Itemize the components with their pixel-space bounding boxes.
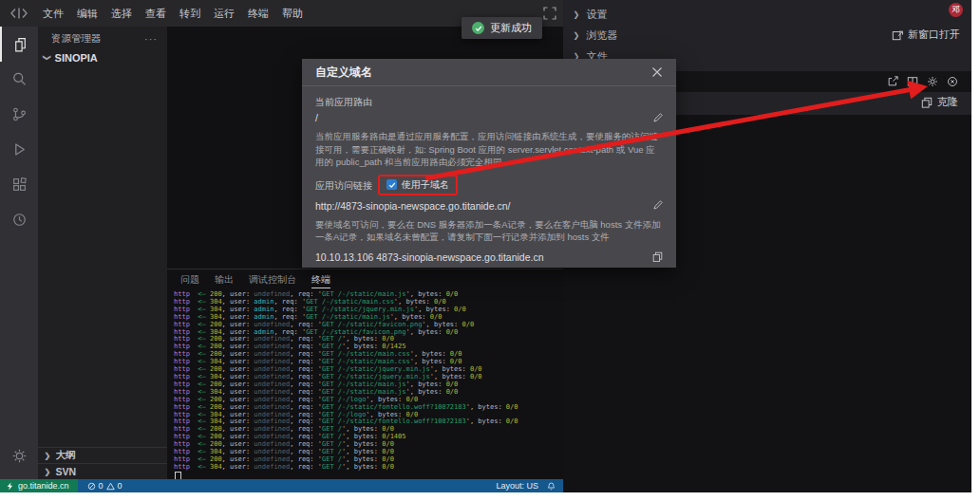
split-editor-icon[interactable] (907, 76, 918, 87)
clone-button[interactable]: 克隆 (921, 95, 958, 109)
custom-domain-modal: 自定义域名 当前应用路由 / 当前应用服务路由是通过应用服务配置，应用访问链接由… (302, 59, 676, 268)
modal-title: 自定义域名 (315, 65, 372, 81)
project-root-folder[interactable]: ❯ SINOPIA (38, 49, 167, 66)
new-window-icon (892, 29, 903, 41)
right-section-浏览器[interactable]: ❯浏览器 (573, 25, 618, 46)
gear-icon[interactable] (927, 76, 938, 87)
panel-tab-输出[interactable]: 输出 (215, 273, 234, 288)
extensions-icon[interactable] (0, 167, 38, 202)
panel-tab-问题[interactable]: 问题 (180, 273, 199, 288)
menu-bar: 文件编辑选择查看转到运行终端帮助 (36, 4, 310, 24)
right-panel-sections: ❯设置❯浏览器❯文件 (573, 4, 618, 66)
chevron-right-icon: ❯ (44, 452, 50, 460)
menu-item-转到[interactable]: 转到 (173, 4, 207, 24)
hosts-record: 10.10.13.106 4873-sinopia-newspace.go.ti… (315, 251, 544, 263)
remote-host: go.titanide.cn (18, 481, 69, 491)
activity-bar (0, 27, 38, 479)
explorer-more-actions-icon[interactable]: ··· (144, 33, 158, 45)
close-icon[interactable] (651, 66, 663, 78)
screenshot-canvas: 文件编辑选择查看转到运行终端帮助 (0, 0, 980, 501)
remote-lightning-icon (6, 482, 14, 491)
error-circle-slash-icon (87, 482, 96, 491)
right-section-label: 浏览器 (587, 28, 618, 43)
user-avatar[interactable]: 邓 (949, 3, 963, 17)
settings-gear-icon[interactable] (0, 438, 38, 473)
sidebar-section-大纲[interactable]: ❯大纲 (38, 447, 167, 463)
status-bar: go.titanide.cn 0 0 Layout: US (0, 479, 563, 492)
panel-tabs: 问题输出调试控制台终端 (167, 269, 563, 288)
clone-icon (921, 97, 933, 108)
panel-tab-调试控制台[interactable]: 调试控制台 (249, 273, 296, 288)
app-logo-icon (9, 7, 28, 20)
warning-triangle-icon (106, 482, 115, 491)
external-link-icon[interactable] (887, 76, 898, 87)
edit-pencil-icon[interactable] (652, 113, 663, 123)
success-check-icon (472, 22, 484, 34)
terminal-output[interactable]: http <— 200, user: undefined, req: 'GET … (167, 288, 563, 482)
subdomain-checkbox[interactable] (386, 179, 397, 190)
error-count: 0 (99, 481, 104, 491)
close-circle-icon[interactable] (947, 76, 958, 87)
right-section-label: 设置 (587, 8, 608, 22)
sidebar-section-label: SVN (56, 466, 77, 477)
right-section-设置[interactable]: ❯设置 (573, 4, 618, 25)
route-label: 当前应用路由 (315, 96, 663, 108)
source-control-icon[interactable] (0, 97, 38, 132)
annotation-red-box: 使用子域名 (378, 175, 458, 195)
chevron-down-icon: ❯ (43, 55, 51, 62)
dns-description: 要使域名可访问，要么在 DNS 服务器添加一条A记录，要么在客户电脑 hosts… (315, 218, 663, 244)
warning-count: 0 (118, 481, 122, 491)
customize-layout-icon[interactable] (543, 7, 556, 20)
run-debug-icon[interactable] (0, 132, 38, 167)
timeline-icon[interactable] (0, 202, 38, 237)
explorer-sidebar: 资源管理器 ··· ❯ SINOPIA ❯大纲❯SVN (38, 27, 167, 479)
bell-icon[interactable] (547, 482, 556, 491)
explorer-title: 资源管理器 (51, 32, 102, 46)
terminal-panel: 问题输出调试控制台终端 http <— 200, user: undefined… (167, 269, 563, 480)
access-url: http://4873-sinopia-newspace.go.titanide… (315, 200, 510, 212)
sidebar-bottom-sections: ❯大纲❯SVN (38, 447, 167, 479)
remote-indicator[interactable]: go.titanide.cn (0, 479, 78, 492)
keyboard-layout[interactable]: Layout: US (496, 481, 538, 491)
route-value: / (315, 112, 318, 123)
route-description: 当前应用服务路由是通过应用服务配置，应用访问链接由系统生成，要使服务的访问链接可… (315, 130, 663, 169)
menu-item-编辑[interactable]: 编辑 (70, 4, 104, 24)
open-new-window-button[interactable]: 新窗口打开 (892, 28, 960, 42)
search-icon[interactable] (0, 62, 38, 97)
menu-item-文件[interactable]: 文件 (36, 4, 70, 24)
sidebar-section-label: 大纲 (56, 449, 76, 462)
terminal-log-line: http <— 304, user: undefined, req: 'GET … (174, 464, 563, 472)
chevron-right-icon: ❯ (573, 10, 579, 19)
problems-indicator[interactable]: 0 0 (87, 481, 122, 491)
menu-item-终端[interactable]: 终端 (241, 4, 275, 24)
subdomain-checkbox-label[interactable]: 使用子域名 (402, 178, 449, 192)
panel-tab-终端[interactable]: 终端 (311, 273, 330, 288)
copy-icon[interactable] (652, 251, 663, 262)
chevron-right-icon: ❯ (573, 31, 579, 40)
toast-text: 更新成功 (490, 21, 532, 35)
menu-item-查看[interactable]: 查看 (139, 4, 173, 24)
menu-item-运行[interactable]: 运行 (207, 4, 241, 24)
ide-window: 文件编辑选择查看转到运行终端帮助 (0, 0, 971, 492)
explorer-icon[interactable] (0, 27, 38, 62)
edit-pencil-icon[interactable] (652, 200, 663, 211)
access-link-label: 应用访问链接 (315, 179, 372, 192)
menu-item-帮助[interactable]: 帮助 (275, 4, 310, 24)
sidebar-section-SVN[interactable]: ❯SVN (38, 463, 167, 479)
toast-notification: 更新成功 (462, 17, 542, 39)
chevron-right-icon: ❯ (44, 468, 50, 476)
menu-item-选择[interactable]: 选择 (104, 4, 139, 24)
